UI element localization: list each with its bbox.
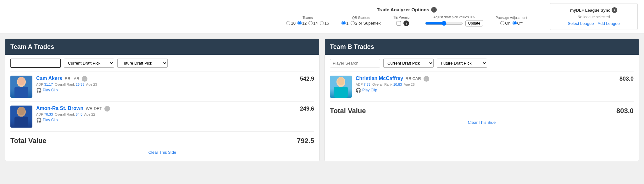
team-a-player-2: Amon-Ra St. Brown WR DET – ADP 70.33 Ove… [10,101,314,131]
team-a-player-1-playclip[interactable]: 🎧 Play Clip [36,88,295,93]
team-b-panel: Team B Trades Current Draft Pick 2023 1s… [325,38,639,161]
team-a-player-1: Cam Akers RB LAR – ADP 31.17 Overall Ran… [10,72,314,101]
options-inner: Trade Analyzer Options i Teams 10 12 14 … [273,7,540,26]
add-league-link[interactable]: Add League [598,21,620,26]
team-b-player-1-adp: ADP 7.33 Overall Rank 10.83 Age 26 [356,83,615,86]
teams-option-group: Teams 10 12 14 16 [286,16,329,26]
team-b-header: Team B Trades [325,39,639,55]
team-a-player-2-remove[interactable]: – [104,106,110,112]
team-a-player-1-avatar [10,76,32,98]
package-adjustment-label: Package Adjustment [496,16,527,20]
team-a-player-1-adp: ADP 31.17 Overall Rank 26.33 Age 23 [36,83,295,86]
team-a-player-1-rank: 26.33 [76,83,85,86]
teams-radio-14[interactable]: 14 [308,21,318,26]
svg-point-8 [337,77,344,85]
mydlf-links: Select League Add League [568,21,619,26]
qb-radio-superflex[interactable]: 2 or Superflex [351,21,381,26]
te-premium-info-icon[interactable]: i [403,20,409,26]
teams-radio-16[interactable]: 16 [320,21,329,26]
team-a-player-2-adp-val: 70.33 [44,112,53,116]
team-b-player-1-info: Christian McCaffrey RB CAR – ADP 7.33 Ov… [356,76,615,93]
update-button[interactable]: Update [465,20,483,26]
team-b-player-1-playclip[interactable]: 🎧 Play Clip [356,88,615,93]
team-a-player-1-adp-val: 31.17 [44,83,53,86]
team-a-search-row: Current Draft Pick 2023 1st 2023 2nd 202… [10,59,314,68]
select-league-link[interactable]: Select League [568,21,594,26]
team-a-player-2-value: 249.6 [295,106,314,112]
team-a-player-2-playclip[interactable]: 🎧 Play Clip [36,118,295,123]
team-b-total-row: Total Value 803.0 [330,101,634,118]
team-b-player-1-playclip-label[interactable]: Play Clip [362,88,377,92]
package-radio-on[interactable]: On [500,21,510,26]
team-b-player-1-age: 26 [411,83,414,86]
qb-starters-label: QB Starters [352,16,370,20]
team-a-future-pick-select[interactable]: Future Draft Pick 2024 1st 2024 2nd 2025… [117,59,168,68]
adjust-draft-slider[interactable] [425,21,463,26]
options-info-icon[interactable]: i [431,7,437,13]
package-adjustment-option-group: Package Adjustment On Off [496,16,527,26]
team-b-player-1-rank: 10.83 [393,83,402,86]
adjust-draft-option-group: Adjust draft pick values 0% Update [425,15,483,26]
team-a-total-value: 792.5 [297,137,314,145]
teams-radio-10[interactable]: 10 [286,21,295,26]
team-b-player-1-pos-team: RB CAR [406,76,422,81]
team-b-search-input[interactable] [330,59,380,67]
team-a-player-2-avatar [10,106,32,128]
mydlf-title-text: myDLF League Sync [570,8,610,13]
team-a-player-1-age: 23 [93,83,97,86]
team-a-player-1-value: 542.9 [295,76,314,82]
svg-rect-1 [14,87,28,98]
team-a-player-2-info: Amon-Ra St. Brown WR DET – ADP 70.33 Ove… [36,106,295,123]
team-a-player-1-info: Cam Akers RB LAR – ADP 31.17 Overall Ran… [36,76,295,93]
team-a-player-2-adp: ADP 70.33 Overall Rank 64.5 Age 22 [36,112,295,116]
team-a-player-1-remove[interactable]: – [82,76,87,82]
team-a-header: Team A Trades [5,39,319,55]
adjust-draft-label: Adjust draft pick values 0% [433,15,475,19]
team-b-future-pick-select[interactable]: Future Draft Pick 2024 1st 2024 2nd 2025… [437,59,487,68]
svg-rect-7 [334,87,348,98]
package-adjustment-radio-group: On Off [500,21,522,26]
team-a-player-2-name-row: Amon-Ra St. Brown WR DET – [36,106,295,112]
team-b-clear-link[interactable]: Clear This Side [330,118,634,127]
adjust-draft-slider-row: Update [425,20,483,26]
options-bar: Trade Analyzer Options i Teams 10 12 14 … [0,0,644,33]
teams-label: Teams [303,16,313,20]
svg-rect-4 [14,117,28,128]
team-b-player-1-avatar [330,76,352,98]
options-title: Trade Analyzer Options i [377,7,437,13]
team-b-player-1-name: Christian McCaffrey [356,76,403,81]
options-controls: Teams 10 12 14 16 QB Starters 1 2 or Sup… [286,15,527,26]
mydlf-info-icon[interactable]: i [612,7,617,13]
team-a-player-1-playclip-label[interactable]: Play Clip [43,88,58,92]
teams-radio-12[interactable]: 12 [297,21,307,26]
team-a-player-2-pos-team: WR DET [86,106,103,111]
team-a-body: Current Draft Pick 2023 1st 2023 2nd 202… [5,55,319,161]
team-b-body: Current Draft Pick 2023 1st 2023 2nd 202… [325,55,639,131]
headphone-icon-2: 🎧 [36,118,42,123]
team-a-clear-link[interactable]: Clear This Side [10,147,314,157]
te-premium-checkbox[interactable] [397,21,401,26]
team-b-player-1-adp-val: 7.33 [364,83,370,86]
team-b-current-pick-select[interactable]: Current Draft Pick 2023 1st 2023 2nd 202… [383,59,434,68]
team-a-panel: Team A Trades Current Draft Pick 2023 1s… [5,38,319,161]
team-b-player-1-value: 803.0 [615,76,634,82]
team-a-current-pick-select[interactable]: Current Draft Pick 2023 1st 2023 2nd 202… [64,59,114,68]
team-a-search-input[interactable] [10,59,61,68]
team-a-player-2-rank: 64.5 [76,112,82,116]
team-a-player-2-playclip-label[interactable]: Play Clip [43,118,58,122]
qb-radio-1[interactable]: 1 [341,21,348,26]
team-b-player-1-remove[interactable]: – [424,76,429,82]
package-radio-off[interactable]: Off [513,21,523,26]
team-a-player-2-name: Amon-Ra St. Brown [36,106,83,111]
mydlf-title: myDLF League Sync i [570,7,617,13]
headphone-icon-1: 🎧 [36,88,42,93]
team-a-player-2-age: 22 [91,112,95,116]
team-a-total-label: Total Value [10,137,47,145]
mydlf-status: No league selected [578,15,610,19]
team-a-total-row: Total Value 792.5 [10,131,314,147]
te-premium-row: i [397,20,409,26]
team-a-player-1-name: Cam Akers [36,76,62,81]
svg-point-5 [18,107,25,115]
options-title-text: Trade Analyzer Options [377,7,429,12]
team-b-player-1: Christian McCaffrey RB CAR – ADP 7.33 Ov… [330,72,634,101]
